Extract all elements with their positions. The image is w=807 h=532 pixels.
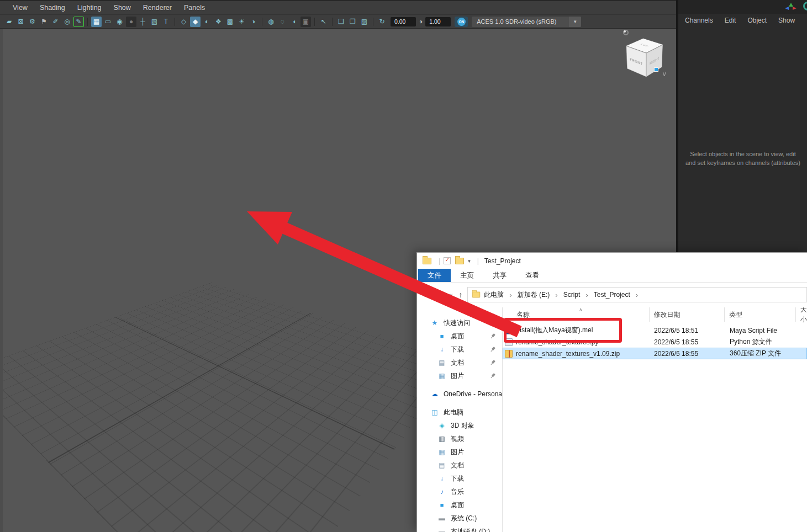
quick-access-toolbar-chevron-icon[interactable]: ▾ — [468, 258, 471, 264]
sidebar-item-icon — [430, 390, 439, 398]
duplicate-view-icon[interactable]: ❐ — [347, 17, 358, 27]
zoom-region-icon[interactable]: ▨ — [359, 17, 370, 27]
motion-blur-icon[interactable]: ◌ — [277, 17, 288, 27]
window-folder-icon — [423, 258, 431, 264]
breadcrumb-item[interactable]: Script — [562, 290, 593, 300]
camera-select-icon[interactable]: ▰ — [4, 17, 14, 27]
column-header[interactable]: 名称 — [503, 307, 650, 322]
image-plane-icon[interactable]: ✐ — [50, 17, 61, 27]
sidebar-item[interactable]: 本地磁盘 (D:) — [417, 525, 502, 532]
sidebar-item[interactable]: 图片 — [417, 369, 502, 382]
column-header[interactable]: 修改日期 — [650, 307, 725, 322]
channel-box-menu-item[interactable]: Channels — [685, 17, 713, 24]
back-icon[interactable]: ← — [423, 290, 430, 299]
camera-attributes-icon[interactable]: ⚙ — [27, 17, 38, 27]
grease-pencil-icon[interactable]: ✎ — [73, 17, 84, 27]
field-chart-icon[interactable]: ┼ — [138, 17, 148, 27]
window-title: Test_Project — [484, 257, 521, 265]
breadcrumb-item[interactable]: 新加卷 (E:) — [516, 290, 562, 300]
sidebar-item[interactable]: 快速访问 — [417, 316, 502, 329]
column-header[interactable]: 大小 — [796, 307, 807, 322]
smooth-shade-icon[interactable]: ◆ — [190, 17, 201, 27]
camera-lock-icon[interactable]: ⊠ — [15, 17, 26, 27]
wireframe-on-shaded-icon[interactable]: ◐ — [202, 17, 212, 27]
colorspace-dropdown[interactable]: ACES 1.0 SDR-video (sRGB) — [472, 17, 581, 27]
ribbon-tab[interactable]: 文件 — [418, 269, 451, 282]
wireframe-icon[interactable]: ◇ — [178, 17, 189, 27]
depth-of-field-icon[interactable]: ◖ — [289, 17, 299, 27]
Install(拖入Maya视窗).mel[interactable]: Install(拖入Maya视窗).mel 2022/6/5 18:51 May… — [503, 324, 807, 336]
sidebar-item[interactable]: OneDrive - Persona — [417, 387, 502, 401]
sidebar-item[interactable]: 音乐 — [417, 485, 502, 498]
sidebar-item[interactable]: 桌面 — [417, 498, 502, 512]
breadcrumb-item[interactable]: 此电脑 — [483, 290, 516, 300]
gamma-input[interactable]: 1.00 — [425, 17, 451, 26]
sidebar-item[interactable]: 下载 — [417, 472, 502, 485]
ground-plane-grid — [25, 211, 423, 532]
textured-icon[interactable]: ❖ — [213, 17, 224, 27]
exposure-icon[interactable]: ↻ — [377, 17, 387, 27]
address-box[interactable]: 此电脑新加卷 (E:)ScriptTest_Project — [467, 287, 807, 302]
pin-icon — [488, 332, 497, 341]
panel-menu-item[interactable]: Shading — [34, 4, 71, 12]
chevron-down-icon[interactable]: ∨ — [662, 70, 667, 78]
ambient-occlusion-icon[interactable]: ◍ — [266, 17, 276, 27]
panel-menu-item[interactable]: Renderer — [137, 4, 178, 12]
sidebar-item[interactable]: 系统 (C:) — [417, 512, 502, 525]
panel-menu-item[interactable]: Show — [108, 4, 137, 12]
pin-icon — [488, 345, 497, 354]
sidebar-item[interactable]: 3D 对象 — [417, 419, 502, 432]
shadows-icon[interactable]: ◑ — [248, 17, 259, 27]
explorer-titlebar[interactable]: | ▾ | Test_Project — [417, 253, 807, 269]
safe-action-icon[interactable]: ▧ — [149, 17, 160, 27]
address-folder-icon — [472, 292, 480, 298]
ribbon-tab[interactable]: 查看 — [516, 269, 548, 282]
viewcube-corner-marker[interactable] — [654, 67, 658, 72]
properties-icon[interactable] — [444, 257, 451, 264]
sidebar-item[interactable]: 文档 — [417, 356, 502, 369]
film-gate-icon[interactable]: ▭ — [103, 17, 113, 27]
ribbon-tab[interactable]: 主页 — [451, 269, 483, 282]
sidebar-item[interactable]: 文档 — [417, 459, 502, 472]
forward-icon[interactable]: → — [436, 290, 444, 299]
compass-icon[interactable] — [623, 30, 629, 35]
sidebar-item[interactable]: 桌面 — [417, 329, 502, 343]
ribbon-tab[interactable]: 共享 — [483, 269, 516, 282]
color-management-toggle[interactable]: ON — [455, 17, 468, 27]
gate-mask-icon[interactable]: ● — [126, 17, 136, 27]
pan-zoom-icon[interactable]: ◎ — [62, 17, 72, 27]
sidebar-item-icon — [437, 514, 446, 522]
sidebar-item-icon — [430, 408, 439, 416]
file-type-icon — [505, 327, 513, 334]
bookmark-icon[interactable]: ⚑ — [39, 17, 49, 27]
resolution-gate-icon[interactable]: ◉ — [114, 17, 125, 27]
manipulator-icon[interactable] — [789, 3, 793, 7]
grid-icon[interactable]: ▦ — [91, 17, 102, 27]
channel-box-menu-item[interactable]: Object — [747, 17, 767, 24]
history-chevron-icon[interactable]: ∨ — [449, 292, 453, 298]
up-icon[interactable]: ↑ — [458, 290, 462, 299]
new-folder-icon[interactable] — [455, 258, 464, 264]
sidebar-item[interactable]: 此电脑 — [417, 406, 502, 419]
chevron-down-icon[interactable] — [569, 17, 581, 27]
sidebar-item[interactable]: 下载 — [417, 343, 502, 356]
sidebar-item[interactable]: 图片 — [417, 445, 502, 459]
exposure-input[interactable]: 0.00 — [391, 17, 416, 26]
object-select-icon[interactable]: ↖ — [318, 17, 329, 27]
channel-box-menu-item[interactable]: Show — [778, 17, 795, 24]
panel-menu-item[interactable]: Panels — [178, 4, 211, 12]
rename_shader_textures.py[interactable]: rename_shader_textures.py 2022/6/5 18:55… — [503, 336, 807, 348]
viewport-preview-icon[interactable]: ▣ — [300, 17, 311, 27]
column-header[interactable]: 类型 — [725, 307, 796, 322]
safe-title-icon[interactable]: T — [161, 17, 171, 27]
channel-box-menu-item[interactable]: Edit — [725, 17, 736, 24]
panel-menu-item[interactable]: Lighting — [71, 4, 108, 12]
panel-menu-item[interactable]: View — [7, 4, 34, 12]
rename_shader_textures_v1.09.zip[interactable]: rename_shader_textures_v1.09.zip 2022/6/… — [503, 348, 807, 359]
view-cube[interactable]: FRONT RIGHT TOP ∨ — [620, 35, 671, 86]
lighting-icon[interactable]: ☀ — [236, 17, 247, 27]
use-default-material-icon[interactable]: ▩ — [225, 17, 235, 27]
breadcrumb-item[interactable]: Test_Project — [593, 290, 642, 300]
sidebar-item[interactable]: 视频 — [417, 432, 502, 445]
isolate-select-icon[interactable]: ❏ — [336, 17, 346, 27]
